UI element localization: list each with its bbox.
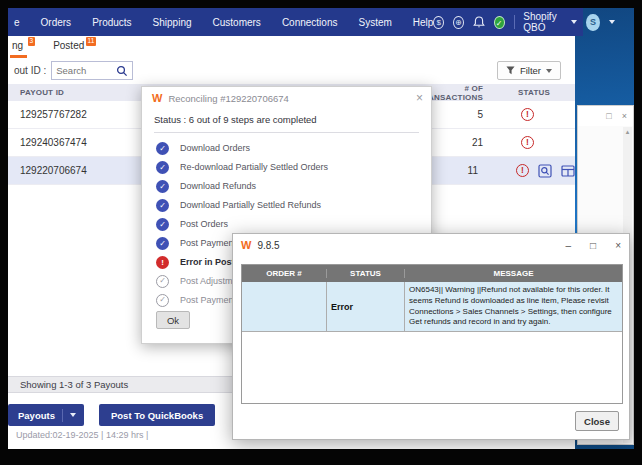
search-box bbox=[51, 61, 133, 80]
step-label: Re-download Partially Settled Orders bbox=[180, 162, 328, 172]
step-post-orders: ✓ Post Orders bbox=[156, 217, 228, 231]
step-pending-icon: ✓ bbox=[156, 275, 169, 288]
filter-chevron-down-icon bbox=[546, 69, 552, 73]
menu-item-orders[interactable]: Orders bbox=[41, 17, 72, 28]
search-input[interactable] bbox=[52, 65, 116, 76]
step-pending-icon: ✓ bbox=[156, 294, 169, 307]
tab-bar: ng 3 Posted 11 bbox=[8, 36, 575, 57]
step-redownload-partial-orders: ✓ Re-download Partially Settled Orders bbox=[156, 160, 328, 174]
error-status-icon[interactable]: ! bbox=[521, 108, 534, 121]
step-label: Post Orders bbox=[180, 219, 228, 229]
desktop-background: □ × ▴ ▾ e Orders Products Shipping Custo… bbox=[8, 8, 634, 449]
step-done-icon: ✓ bbox=[156, 237, 169, 250]
chevron-down-icon bbox=[571, 20, 577, 24]
reconcile-status-text: Status : 6 out of 9 steps are completed bbox=[154, 114, 317, 125]
error-dialog-titlebar[interactable]: W 9.8.5 – □ × bbox=[233, 234, 629, 257]
store-selector-label: Shopify QBO bbox=[523, 11, 567, 33]
app-logo-icon: W bbox=[152, 93, 162, 104]
notifications-bell-icon[interactable] bbox=[473, 16, 485, 29]
menubar-right: $ ⊕ ✓ Shopify QBO S bbox=[433, 11, 618, 33]
close-icon[interactable]: × bbox=[416, 91, 423, 105]
error-status-icon[interactable]: ! bbox=[516, 164, 529, 177]
step-error-icon: ! bbox=[156, 256, 169, 269]
menu-item-customers[interactable]: Customers bbox=[213, 17, 261, 28]
tab-posted-badge: 11 bbox=[86, 37, 97, 46]
step-done-icon: ✓ bbox=[156, 199, 169, 212]
payout-id-label: out ID : bbox=[14, 65, 46, 76]
account-chevron-down-icon[interactable] bbox=[609, 20, 615, 24]
reconcile-dialog-titlebar: W Reconciling #129220706674 bbox=[152, 93, 289, 104]
maximize-icon[interactable]: □ bbox=[606, 111, 611, 121]
close-button[interactable]: Close bbox=[575, 411, 619, 431]
close-icon[interactable]: × bbox=[622, 111, 627, 121]
tab-posted-label: Posted bbox=[53, 40, 84, 51]
step-done-icon: ✓ bbox=[156, 161, 169, 174]
filter-button-label: Filter bbox=[520, 65, 541, 76]
avatar[interactable]: S bbox=[586, 14, 599, 31]
app-menubar: e Orders Products Shipping Customers Con… bbox=[8, 8, 583, 36]
menu-item-system[interactable]: System bbox=[358, 17, 391, 28]
tab-pending-label: ng bbox=[12, 40, 23, 51]
menu-items: e Orders Products Shipping Customers Con… bbox=[8, 17, 433, 28]
status-cell: ! bbox=[488, 164, 575, 178]
menu-item-help[interactable]: Help bbox=[413, 17, 434, 28]
step-download-partial-refunds: ✓ Download Partially Settled Refunds bbox=[156, 198, 321, 212]
post-to-quickbooks-button[interactable]: Post To QuickBooks bbox=[99, 404, 215, 426]
maximize-icon[interactable]: □ bbox=[590, 240, 596, 251]
col-message: MESSAGE bbox=[405, 269, 622, 278]
step-download-orders: ✓ Download Orders bbox=[156, 141, 250, 155]
screenshot-frame: □ × ▴ ▾ e Orders Products Shipping Custo… bbox=[0, 0, 642, 465]
error-table-row[interactable]: Error ON6543|| Warning ||Refund not avai… bbox=[242, 282, 622, 332]
status-cell: Error bbox=[327, 282, 405, 331]
step-post-payments: ✓ Post Payments bbox=[156, 236, 241, 250]
ok-button[interactable]: Ok bbox=[156, 311, 190, 329]
globe-icon[interactable]: ⊕ bbox=[453, 16, 464, 29]
tab-pending[interactable]: ng 3 bbox=[10, 39, 27, 58]
filter-button[interactable]: Filter bbox=[497, 61, 561, 80]
step-done-icon: ✓ bbox=[156, 142, 169, 155]
tab-pending-badge: 3 bbox=[28, 37, 36, 46]
error-dialog-title: 9.8.5 bbox=[257, 240, 279, 251]
minimize-icon[interactable]: – bbox=[566, 240, 572, 251]
search-icon[interactable] bbox=[116, 65, 128, 77]
step-label: Download Refunds bbox=[180, 181, 256, 191]
last-updated-text: Updated:02-19-2025 | 14:29 hrs | bbox=[16, 430, 148, 440]
col-order: ORDER # bbox=[242, 269, 327, 278]
background-window-titlebar: □ × bbox=[578, 106, 633, 126]
payouts-button-label: Payouts bbox=[18, 410, 55, 421]
col-status[interactable]: STATUS bbox=[493, 88, 575, 97]
step-done-icon: ✓ bbox=[156, 180, 169, 193]
scheduler-status-icon[interactable]: ✓ bbox=[494, 16, 505, 29]
error-status-icon[interactable]: ! bbox=[521, 136, 534, 149]
error-table: ORDER # STATUS MESSAGE Error ON6543|| Wa… bbox=[241, 264, 623, 404]
step-done-icon: ✓ bbox=[156, 218, 169, 231]
menu-item-home-partial[interactable]: e bbox=[14, 17, 20, 28]
showing-count: Showing 1-3 of 3 Payouts bbox=[20, 379, 128, 390]
action-buttons: Payouts Post To QuickBooks bbox=[8, 404, 215, 426]
view-details-icon[interactable] bbox=[538, 164, 552, 178]
close-icon[interactable]: × bbox=[615, 240, 621, 251]
menu-item-shipping[interactable]: Shipping bbox=[153, 17, 192, 28]
window-controls: – □ × bbox=[566, 240, 621, 251]
divider bbox=[154, 132, 419, 133]
col-status: STATUS bbox=[327, 269, 405, 278]
search-toolbar: out ID : Filter bbox=[8, 57, 575, 84]
payouts-dropdown-button[interactable]: Payouts bbox=[8, 404, 84, 426]
status-cell: ! bbox=[493, 108, 575, 121]
scroll-up-icon[interactable]: ▴ bbox=[623, 127, 632, 137]
step-download-refunds: ✓ Download Refunds bbox=[156, 179, 256, 193]
divider bbox=[62, 409, 63, 422]
divider bbox=[514, 15, 515, 29]
status-cell: ! bbox=[493, 136, 575, 149]
message-cell: ON6543|| Warning ||Refund not available … bbox=[405, 282, 622, 331]
error-table-header: ORDER # STATUS MESSAGE bbox=[242, 265, 622, 282]
step-label: Download Orders bbox=[180, 143, 250, 153]
menu-item-connections[interactable]: Connections bbox=[282, 17, 338, 28]
app-logo-icon: W bbox=[241, 240, 251, 251]
tab-posted[interactable]: Posted 11 bbox=[51, 39, 88, 55]
menu-item-products[interactable]: Products bbox=[92, 17, 131, 28]
funnel-icon bbox=[506, 66, 515, 75]
export-table-icon[interactable] bbox=[561, 164, 575, 178]
billing-icon[interactable]: $ bbox=[433, 16, 444, 29]
store-selector[interactable]: Shopify QBO bbox=[523, 11, 577, 33]
